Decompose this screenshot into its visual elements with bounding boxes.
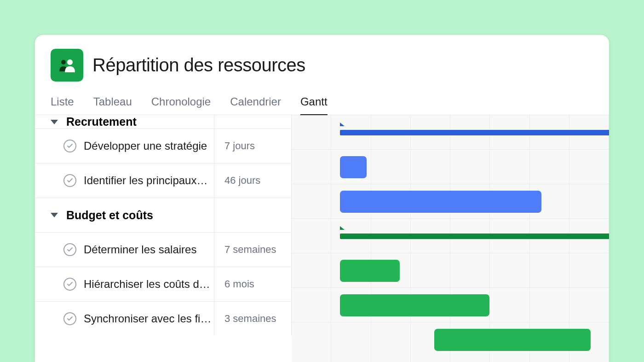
check-circle-icon[interactable] bbox=[63, 174, 76, 187]
duration-cell: 6 mois bbox=[214, 267, 292, 301]
gantt-task-row bbox=[292, 288, 609, 322]
task-name: Développer une stratégie bbox=[84, 140, 207, 152]
duration-cell: 7 jours bbox=[214, 129, 292, 163]
gantt-task-row bbox=[292, 184, 609, 219]
gantt-bar[interactable] bbox=[340, 260, 400, 282]
duration-cell: 7 semaines bbox=[214, 233, 292, 267]
section-name[interactable]: Budget et coûts bbox=[66, 209, 153, 222]
gantt-bar[interactable] bbox=[340, 294, 489, 316]
section-name[interactable]: Recrutement bbox=[66, 115, 137, 128]
header: Répartition des ressources bbox=[35, 35, 609, 91]
duration-cell bbox=[214, 115, 292, 128]
project-title: Répartition des ressources bbox=[92, 55, 305, 76]
gantt-summary-row bbox=[292, 115, 609, 150]
gantt-summary-bar[interactable] bbox=[340, 130, 609, 135]
task-name: Hiérarchiser les coûts de… bbox=[84, 278, 214, 291]
caret-down-icon[interactable] bbox=[51, 120, 58, 124]
task-row[interactable]: Déterminer les salaires 7 semaines bbox=[35, 232, 292, 267]
svg-point-0 bbox=[61, 60, 66, 64]
task-row[interactable]: Hiérarchiser les coûts de… 6 mois bbox=[35, 267, 292, 301]
gantt-bar[interactable] bbox=[340, 191, 541, 213]
task-row[interactable]: Synchroniser avec les fin… 3 semaines bbox=[35, 301, 292, 336]
task-name: Synchroniser avec les fin… bbox=[84, 312, 214, 325]
duration-cell: 46 jours bbox=[214, 163, 292, 198]
tab-liste[interactable]: Liste bbox=[51, 91, 74, 115]
duration-cell bbox=[214, 198, 292, 232]
gantt-summary-row bbox=[292, 219, 609, 253]
tab-gantt[interactable]: Gantt bbox=[300, 91, 328, 115]
check-circle-icon[interactable] bbox=[63, 312, 76, 325]
task-table: Recrutement Développer une stratégie 7 j… bbox=[35, 115, 292, 362]
gantt-chart[interactable] bbox=[292, 115, 609, 362]
task-row[interactable]: Identifier les principaux… 46 jours bbox=[35, 163, 292, 198]
tab-calendrier[interactable]: Calendrier bbox=[230, 91, 281, 115]
tab-tableau[interactable]: Tableau bbox=[93, 91, 132, 115]
gantt-summary-bar[interactable] bbox=[340, 234, 609, 239]
caret-down-icon[interactable] bbox=[51, 213, 58, 217]
task-row[interactable]: Développer une stratégie 7 jours bbox=[35, 128, 292, 163]
project-icon bbox=[51, 49, 83, 82]
gantt-task-row bbox=[292, 322, 609, 357]
gantt-task-row bbox=[292, 253, 609, 288]
check-circle-icon[interactable] bbox=[63, 278, 76, 291]
people-icon bbox=[58, 58, 76, 72]
gantt-task-row bbox=[292, 150, 609, 184]
gantt-bar[interactable] bbox=[434, 329, 591, 351]
check-circle-icon[interactable] bbox=[63, 243, 76, 256]
task-name: Identifier les principaux… bbox=[84, 174, 207, 187]
svg-point-1 bbox=[67, 59, 73, 65]
tabs: Liste Tableau Chronologie Calendrier Gan… bbox=[35, 91, 609, 115]
gantt-bar[interactable] bbox=[340, 156, 367, 178]
tab-chronologie[interactable]: Chronologie bbox=[151, 91, 211, 115]
duration-cell: 3 semaines bbox=[214, 302, 292, 336]
check-circle-icon[interactable] bbox=[63, 140, 76, 152]
task-name: Déterminer les salaires bbox=[84, 243, 196, 256]
app-window: Répartition des ressources Liste Tableau… bbox=[35, 35, 609, 362]
content: Recrutement Développer une stratégie 7 j… bbox=[35, 115, 609, 362]
